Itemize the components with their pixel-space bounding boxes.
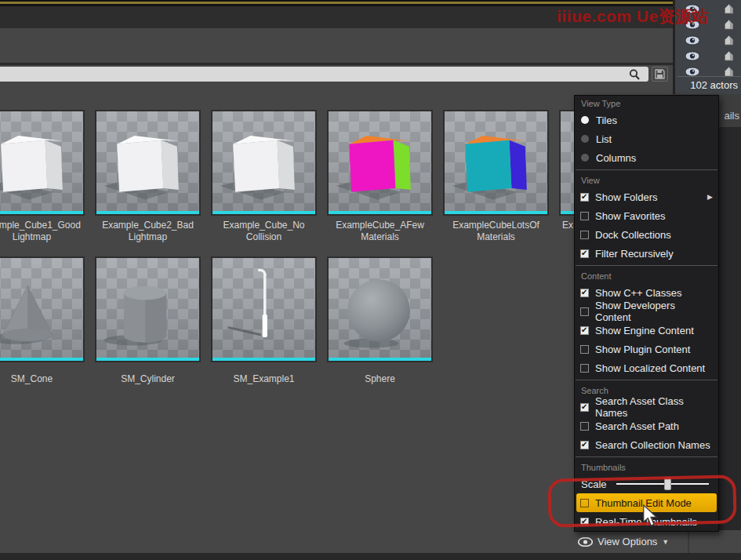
menu-separator — [576, 169, 717, 170]
asset-type-color-bar — [96, 211, 199, 214]
eye-icon[interactable] — [685, 48, 700, 64]
cube-preview — [329, 111, 431, 214]
menu-item-label: List — [596, 133, 612, 145]
menu-item-label: Show Localized Content — [595, 362, 705, 374]
menu-item-label: Columns — [596, 152, 636, 164]
house-icon — [723, 64, 735, 79]
checkbox-icon — [580, 249, 589, 258]
view-options-button[interactable]: View Options ▼ — [574, 530, 669, 553]
search-icon — [628, 68, 641, 81]
content-browser-screen: 102 actors ails Example_Cube1_Good Light… — [0, 0, 741, 560]
viewport-selection-outline — [0, 2, 673, 4]
submenu-arrow-icon: ▶ — [707, 193, 713, 201]
house-icon — [723, 1, 735, 16]
menu-item-list[interactable]: List — [575, 129, 718, 148]
asset-thumbnail — [327, 110, 433, 216]
mouse-cursor — [642, 504, 659, 528]
asset-label: Example_Cube2_Bad Lightmap — [95, 220, 201, 243]
checkbox-icon — [580, 289, 589, 297]
menu-item-show-favorites[interactable]: Show Favorites — [575, 206, 718, 225]
checkbox-icon — [580, 345, 589, 354]
cylinder-preview — [96, 258, 199, 361]
menu-item-tiles[interactable]: Tiles — [575, 111, 718, 129]
radio-icon — [581, 116, 589, 124]
menu-item-dock-collections[interactable]: Dock Collections — [575, 225, 718, 244]
radio-icon — [581, 135, 589, 143]
asset-type-color-bar — [0, 358, 83, 361]
asset-tile[interactable]: Example_Cube2_Bad Lightmap — [95, 110, 201, 243]
menu-separator — [576, 456, 717, 457]
asset-tile[interactable]: Example_Cube_No Collision — [211, 110, 317, 243]
menu-separator — [576, 265, 717, 266]
view-options-menu: View Type Tiles List Columns View Show F… — [574, 95, 719, 532]
checkbox-icon — [580, 441, 589, 449]
house-icon — [723, 48, 735, 64]
asset-tile[interactable]: SM_Cone — [0, 256, 85, 385]
menu-item-search-asset-path[interactable]: Search Asset Path — [575, 416, 718, 435]
asset-label: Example_Cube1_Good Lightmap — [0, 220, 85, 243]
eye-icon[interactable] — [685, 64, 700, 79]
asset-tile[interactable]: SM_Example1 — [211, 256, 317, 385]
asset-label: Example_Cube_No Collision — [211, 220, 317, 243]
cube-preview — [212, 111, 315, 214]
menu-item-label: Show Developers Content — [595, 300, 713, 323]
checkbox-icon — [580, 307, 589, 316]
asset-label: SM_Cone — [0, 373, 85, 385]
menu-separator — [576, 380, 717, 380]
menu-item-label: Show Engine Content — [595, 325, 694, 336]
details-tab[interactable]: ails — [724, 110, 739, 122]
asset-thumbnail — [327, 256, 433, 362]
asset-tile[interactable]: Example_Cube1_Good Lightmap — [0, 110, 85, 243]
checkbox-icon — [580, 364, 589, 373]
menu-section-header: View — [575, 173, 718, 187]
asset-thumbnail — [95, 256, 201, 362]
menu-item-columns[interactable]: Columns — [575, 148, 718, 167]
cone-preview — [0, 258, 83, 361]
asset-tile[interactable]: ExampleCube_AFew Materials — [327, 110, 433, 243]
menu-item-label: Show Favorites — [595, 210, 666, 222]
asset-label: ExampleCube_AFew Materials — [327, 220, 433, 243]
chevron-down-icon: ▼ — [662, 538, 669, 546]
cube-preview — [445, 111, 547, 214]
eye-icon — [578, 537, 593, 547]
menu-item-show-folders[interactable]: Show Folders ▶ — [575, 187, 718, 206]
menu-item-show-localized-content[interactable]: Show Localized Content — [575, 358, 718, 377]
asset-thumbnail — [443, 110, 549, 216]
menu-item-show-developers-content[interactable]: Show Developers Content — [575, 302, 718, 321]
menu-item-label: Show Plugin Content — [595, 344, 690, 355]
asset-label: ExampleCubeLotsOf Materials — [443, 220, 549, 243]
menu-item-show-plugin-content[interactable]: Show Plugin Content — [575, 340, 718, 358]
radio-icon — [581, 154, 589, 162]
checkbox-icon — [580, 326, 589, 335]
search-input[interactable] — [0, 67, 648, 82]
checkbox-icon — [580, 422, 589, 431]
footer-divider — [688, 530, 689, 553]
menu-item-search-collection-names[interactable]: Search Collection Names — [575, 435, 718, 454]
window-bottom-strip — [0, 553, 741, 560]
save-search-button[interactable] — [652, 67, 668, 82]
menu-item-label: Show C++ Classes — [595, 287, 682, 299]
asset-tile[interactable]: Sphere — [327, 256, 433, 385]
asset-tile[interactable]: SM_Cylinder — [95, 256, 201, 385]
menu-item-label: Dock Collections — [595, 229, 671, 241]
eye-icon[interactable] — [685, 32, 700, 48]
menu-item-show-engine-content[interactable]: Show Engine Content — [575, 321, 718, 340]
asset-thumbnail — [211, 110, 317, 216]
asset-type-color-bar — [0, 211, 83, 214]
cube-preview — [96, 111, 199, 214]
asset-tile[interactable]: ExampleCubeLotsOf Materials — [443, 110, 549, 243]
asset-type-color-bar — [329, 211, 431, 214]
checkbox-icon — [580, 212, 589, 220]
menu-item-filter-recursively[interactable]: Filter Recursively — [575, 244, 718, 263]
outliner-separator — [677, 76, 741, 77]
menu-item-label: Search Asset Path — [595, 420, 679, 432]
menu-item-label: Search Collection Names — [595, 439, 710, 451]
sphere-preview — [329, 258, 431, 361]
view-options-label: View Options — [598, 536, 657, 547]
search-bar-row — [0, 65, 673, 84]
content-browser-footer: View Options ▼ — [0, 530, 741, 553]
menu-item-search-asset-class-names[interactable]: Search Asset Class Names — [575, 398, 718, 416]
menu-section-header: View Type — [575, 96, 718, 111]
menu-item-label: Tiles — [596, 115, 617, 126]
checkbox-icon — [580, 193, 589, 202]
